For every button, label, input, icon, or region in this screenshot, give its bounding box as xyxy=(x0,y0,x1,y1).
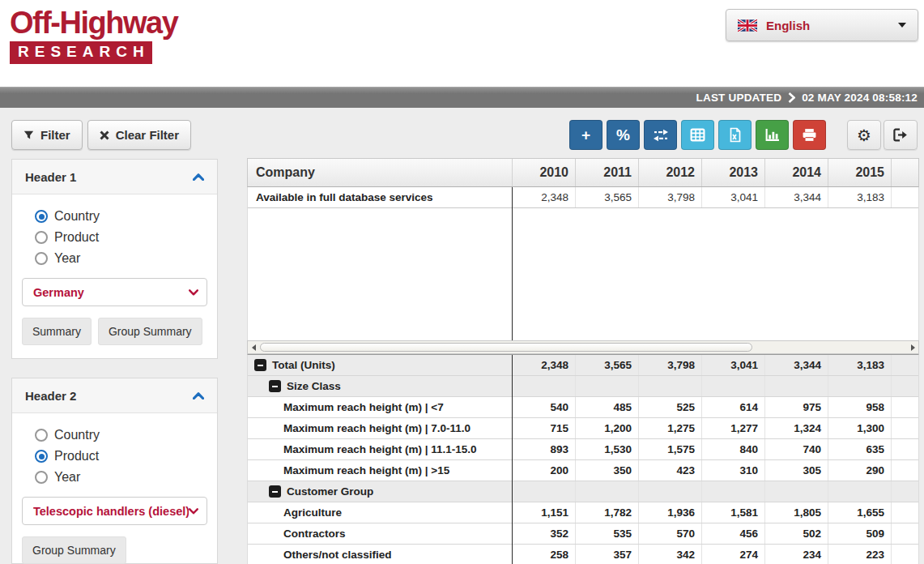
spacer-cell xyxy=(891,439,918,459)
horizontal-scrollbar[interactable] xyxy=(247,340,919,354)
cell-empty xyxy=(512,376,575,396)
collapse-icon[interactable] xyxy=(269,485,281,498)
cell-value: 310 xyxy=(701,460,764,481)
row-label: Maximum reach height (m) | 7.0-11.0 xyxy=(283,422,471,434)
cell-value: 352 xyxy=(512,523,575,544)
radio-icon[interactable] xyxy=(35,252,48,265)
triangle-right-icon xyxy=(911,344,915,351)
cell-value: 456 xyxy=(701,523,764,544)
scroll-left-arrow[interactable] xyxy=(248,341,259,353)
table-row[interactable]: Maximum reach height (m) | 7.0-11.0 715 … xyxy=(248,418,918,439)
filter-button[interactable]: Filter xyxy=(11,120,83,150)
chevron-down-icon xyxy=(898,23,906,28)
row-label: Available in full database services xyxy=(248,187,512,207)
brand-logo[interactable]: Off-Highway RESEARCH xyxy=(10,6,177,64)
collapse-icon[interactable] xyxy=(254,359,266,371)
table-row-total[interactable]: Total (Units) 2,348 3,565 3,798 3,041 3,… xyxy=(248,355,918,376)
year-column-header[interactable]: 2012 xyxy=(638,159,701,186)
cell-value: 1,655 xyxy=(828,502,891,523)
year-column-header[interactable]: 2015 xyxy=(828,159,891,186)
radio-icon[interactable] xyxy=(35,429,48,442)
cell-value: 2,348 xyxy=(512,187,575,207)
table-row[interactable]: Agriculture 1,151 1,782 1,936 1,581 1,80… xyxy=(248,502,918,523)
table-row[interactable]: Maximum reach height (m) | >15 200 350 4… xyxy=(248,460,918,481)
transpose-button[interactable] xyxy=(644,120,677,150)
row-label: Maximum reach height (m) | >15 xyxy=(283,464,449,476)
cell-value: 540 xyxy=(512,397,575,417)
radio-country[interactable]: Country xyxy=(35,209,207,224)
radio-icon[interactable] xyxy=(35,471,48,484)
row-label: Maximum reach height (m) | 11.1-15.0 xyxy=(283,443,477,455)
percent-button[interactable]: % xyxy=(607,120,640,150)
table-row[interactable]: Maximum reach height (m) | <7 540 485 52… xyxy=(248,397,918,418)
add-button[interactable]: + xyxy=(569,120,603,150)
table-row-group[interactable]: Size Class xyxy=(248,376,918,397)
panel-title: Header 1 xyxy=(25,170,76,184)
group-summary-button[interactable]: Group Summary xyxy=(98,318,202,345)
header2-panel-header[interactable]: Header 2 xyxy=(12,378,217,413)
product-dropdown[interactable]: Telescopic handlers (diesel) xyxy=(22,497,207,525)
chevron-right-icon xyxy=(788,92,795,103)
row-label: Total (Units) xyxy=(272,359,335,371)
data-grid: Company 2010 2011 2012 2013 2014 2015 Av… xyxy=(247,158,919,564)
excel-export-button[interactable] xyxy=(718,120,752,150)
cell-empty xyxy=(575,376,638,396)
language-selector[interactable]: English xyxy=(726,9,918,41)
dropdown-value: Telescopic handlers (diesel) xyxy=(33,505,189,518)
table-view-button[interactable] xyxy=(681,120,714,150)
table-row[interactable]: Maximum reach height (m) | 11.1-15.0 893… xyxy=(248,439,918,460)
year-column-header[interactable]: 2010 xyxy=(512,159,575,186)
cell-value: 3,565 xyxy=(575,355,638,375)
spacer-cell xyxy=(891,397,918,417)
table-row[interactable]: Available in full database services 2,34… xyxy=(248,187,918,208)
cell-value: 715 xyxy=(512,418,575,438)
radio-country[interactable]: Country xyxy=(35,428,207,442)
cell-empty xyxy=(638,481,701,502)
scrollbar-thumb[interactable] xyxy=(260,343,752,352)
radio-year[interactable]: Year xyxy=(35,251,207,266)
summary-button[interactable]: Summary xyxy=(22,318,92,345)
radio-year[interactable]: Year xyxy=(35,470,207,485)
chevron-up-icon[interactable] xyxy=(193,392,204,400)
country-dropdown[interactable]: Germany xyxy=(22,278,207,306)
cell-value: 3,798 xyxy=(638,187,701,207)
year-column-header[interactable]: 2011 xyxy=(575,159,638,186)
year-column-header[interactable]: 2013 xyxy=(701,159,764,186)
print-button[interactable] xyxy=(793,120,826,150)
year-column-header[interactable]: 2014 xyxy=(764,159,828,186)
company-column-header[interactable]: Company xyxy=(248,159,512,186)
cell-value: 525 xyxy=(638,397,701,417)
table-row-group[interactable]: Customer Group xyxy=(248,481,918,502)
radio-selected-icon[interactable] xyxy=(35,450,48,463)
cell-value: 570 xyxy=(638,523,701,544)
cell-value: 3,041 xyxy=(701,355,764,375)
main-content: Filter Clear Filter + % xyxy=(0,108,924,564)
radio-label: Country xyxy=(54,428,100,442)
group-summary-button[interactable]: Group Summary xyxy=(22,536,126,564)
radio-icon[interactable] xyxy=(35,231,48,244)
logo-wordmark: Off-Highway xyxy=(10,6,177,41)
clear-filter-button[interactable]: Clear Filter xyxy=(87,120,191,150)
chart-view-button[interactable] xyxy=(756,120,789,150)
grid-top-body: Available in full database services 2,34… xyxy=(247,187,919,340)
cell-empty xyxy=(764,481,828,502)
radio-selected-icon[interactable] xyxy=(35,210,48,223)
cell-value: 274 xyxy=(701,545,764,564)
table-row[interactable]: Contractors 352 535 570 456 502 509 xyxy=(248,523,918,545)
cell-value: 1,200 xyxy=(575,418,638,438)
collapse-icon[interactable] xyxy=(269,380,281,392)
chevron-up-icon[interactable] xyxy=(193,173,204,181)
settings-button[interactable]: ⚙ xyxy=(847,120,881,150)
printer-icon xyxy=(802,128,817,142)
top-header: Off-Highway RESEARCH English xyxy=(0,0,924,87)
radio-product[interactable]: Product xyxy=(35,449,207,464)
radio-label: Year xyxy=(54,470,80,485)
cell-value: 1,782 xyxy=(575,502,638,523)
logout-button[interactable] xyxy=(884,120,918,150)
radio-product[interactable]: Product xyxy=(35,230,207,245)
scroll-right-arrow[interactable] xyxy=(907,341,918,353)
header1-panel-header[interactable]: Header 1 xyxy=(12,160,217,194)
dropdown-value: Germany xyxy=(33,286,84,299)
spacer-cell xyxy=(891,460,918,481)
table-row[interactable]: Others/not classified 258 357 342 274 23… xyxy=(248,545,918,564)
